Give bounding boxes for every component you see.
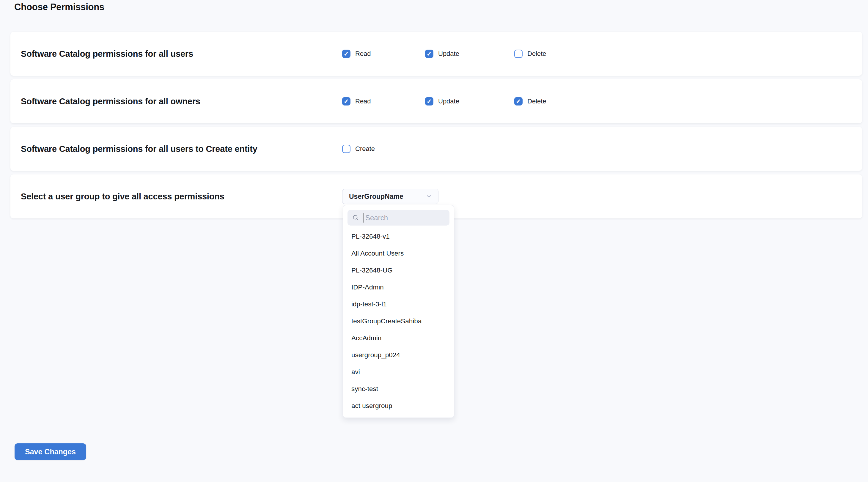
checkbox-label: Update xyxy=(438,97,459,105)
checkbox-group-update[interactable]: Update xyxy=(425,32,459,76)
update-checkbox[interactable] xyxy=(425,97,433,105)
user-group-option[interactable]: usergroup_p024 xyxy=(343,347,454,363)
permissions-card-create-entity: Software Catalog permissions for all use… xyxy=(10,127,862,171)
checkbox-label: Read xyxy=(355,97,371,105)
checkbox-label: Read xyxy=(355,50,371,58)
permissions-card-all-users: Software Catalog permissions for all use… xyxy=(10,32,862,76)
user-group-option[interactable]: avi xyxy=(343,363,454,380)
user-group-option[interactable]: idp-test-3-l1 xyxy=(343,296,454,313)
user-group-option[interactable]: act usergroup xyxy=(343,397,454,414)
group-search-input[interactable]: Search xyxy=(347,210,450,226)
delete-checkbox[interactable] xyxy=(514,97,523,105)
user-group-option[interactable]: sync-test xyxy=(343,380,454,397)
user-group-option[interactable]: All Account Users xyxy=(343,245,454,262)
checkbox-row: Create xyxy=(342,127,856,171)
save-changes-button[interactable]: Save Changes xyxy=(14,443,86,460)
checkbox-label: Create xyxy=(355,145,375,153)
checkbox-row: Read Update Delete xyxy=(342,32,856,76)
user-group-option[interactable]: IDP-Admin xyxy=(343,279,454,296)
checkbox-row: Read Update Delete xyxy=(342,79,856,123)
user-group-select[interactable]: UserGroupName xyxy=(342,189,438,204)
user-group-option-list: PL-32648-v1 All Account Users PL-32648-U… xyxy=(343,228,454,414)
search-placeholder: Search xyxy=(365,214,388,222)
search-icon xyxy=(352,214,360,221)
read-checkbox[interactable] xyxy=(342,50,350,58)
checkbox-group-delete[interactable]: Delete xyxy=(514,79,546,123)
user-group-dropdown-panel: Search PL-32648-v1 All Account Users PL-… xyxy=(343,205,454,418)
user-group-option[interactable]: PL-32648-v1 xyxy=(343,228,454,245)
update-checkbox[interactable] xyxy=(425,50,433,58)
user-group-option[interactable]: testGroupCreateSahiba xyxy=(343,313,454,329)
user-group-option[interactable]: PL-32648-UG xyxy=(343,262,454,279)
checkbox-group-read[interactable]: Read xyxy=(342,32,371,76)
checkbox-label: Update xyxy=(438,50,459,58)
checkbox-label: Delete xyxy=(527,50,546,58)
checkbox-label: Delete xyxy=(527,97,546,105)
card-title: Software Catalog permissions for all use… xyxy=(21,127,257,171)
text-cursor xyxy=(364,213,364,223)
create-checkbox[interactable] xyxy=(342,145,350,153)
card-title: Software Catalog permissions for all use… xyxy=(21,32,193,76)
card-title: Select a user group to give all access p… xyxy=(21,174,224,218)
checkbox-group-update[interactable]: Update xyxy=(425,79,459,123)
delete-checkbox[interactable] xyxy=(514,50,523,58)
checkbox-group-read[interactable]: Read xyxy=(342,79,371,123)
chevron-down-icon xyxy=(426,193,432,200)
read-checkbox[interactable] xyxy=(342,97,350,105)
checkbox-group-create[interactable]: Create xyxy=(342,127,375,171)
checkbox-group-delete[interactable]: Delete xyxy=(514,32,546,76)
page-title: Choose Permissions xyxy=(14,2,104,12)
user-group-option[interactable]: AccAdmin xyxy=(343,329,454,347)
card-title: Software Catalog permissions for all own… xyxy=(21,79,200,123)
permissions-card-all-owners: Software Catalog permissions for all own… xyxy=(10,79,862,123)
selected-user-group: UserGroupName xyxy=(349,193,403,201)
